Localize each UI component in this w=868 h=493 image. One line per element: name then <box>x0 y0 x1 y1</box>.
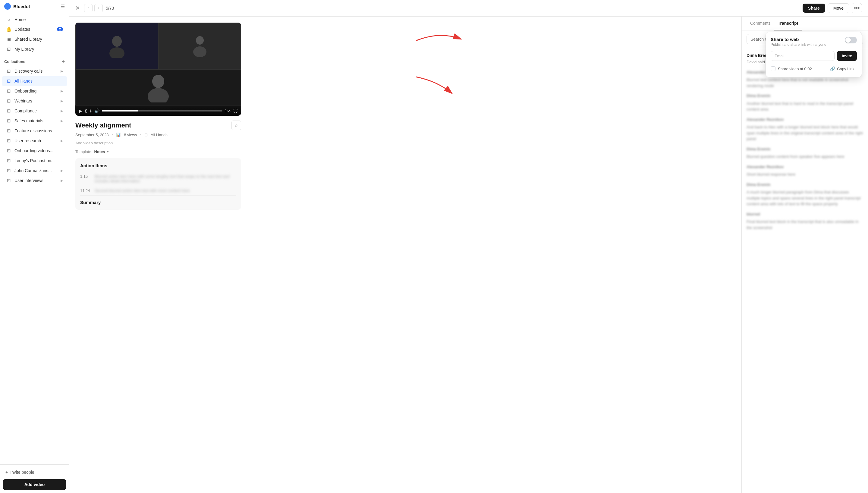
sidebar-item-john-carmack[interactable]: ⊡ John Carmack ins... ▶ <box>2 166 67 175</box>
speaker-name: Alexander Reznikov <box>746 116 863 123</box>
svg-point-2 <box>196 36 204 45</box>
sidebar: Bluedot ☰ ○ Home 🔔 Updates 2 ▣ Shared Li… <box>0 0 69 493</box>
collections-section[interactable]: Collections + <box>0 56 69 66</box>
collections-list: ⊡ Discovery calls ▶ ⊡ All Hands ⊡ Onboar… <box>0 66 69 186</box>
collection-icon: ⊡ <box>6 108 12 114</box>
collection-icon: ⊡ <box>6 148 12 153</box>
video-info: Weekly alignment ☆ September 5, 2023 • 📊… <box>75 121 241 210</box>
collection-icon: ⊡ <box>6 68 12 74</box>
notes-card: Action Items 1:15 Blurred action item he… <box>75 158 241 210</box>
sidebar-collapse-button[interactable]: ☰ <box>61 4 65 9</box>
sidebar-item-updates[interactable]: 🔔 Updates 2 <box>2 24 67 34</box>
svg-point-0 <box>112 36 122 47</box>
summary-title: Summary <box>80 200 236 205</box>
tab-transcript[interactable]: Transcript <box>774 17 802 30</box>
my-library-icon: ⊡ <box>6 46 12 52</box>
topbar: ✕ ‹ › 5/73 Share Move ••• <box>69 0 868 17</box>
app-name: Bluedot <box>13 4 58 9</box>
share-video-checkbox[interactable] <box>771 66 776 71</box>
invite-people-button[interactable]: + Invite people <box>3 468 66 477</box>
sidebar-item-feature-discussions[interactable]: ⊡ Feature discussions <box>2 126 67 135</box>
share-popup-header: Share to web Publish and share link with… <box>771 37 857 47</box>
action-item-text: Second blurred action item text with mor… <box>95 188 190 193</box>
video-counter: 5/73 <box>106 6 114 10</box>
share-popup: Share to web Publish and share link with… <box>765 31 862 78</box>
add-video-button[interactable]: Add video <box>3 479 66 490</box>
next-button[interactable]: › <box>94 4 103 12</box>
chevron-down-icon: ▾ <box>107 150 109 154</box>
close-button[interactable]: ✕ <box>75 5 80 12</box>
move-button[interactable]: Move <box>828 3 849 13</box>
copy-link-label: Copy Link <box>837 67 854 71</box>
main-content: ✕ ‹ › 5/73 Share Move ••• <box>69 0 868 493</box>
action-time: 11:24 <box>80 188 92 193</box>
sidebar-item-onboarding-videos[interactable]: ⊡ Onboarding videos... <box>2 146 67 155</box>
sidebar-item-user-interviews[interactable]: ⊡ User interviews ▶ <box>2 176 67 185</box>
speaker-name: Dima Eremin <box>746 146 863 152</box>
action-item-2: 11:24 Second blurred action item text wi… <box>80 186 236 196</box>
chevron-right-icon: ▶ <box>61 179 63 183</box>
add-collection-button[interactable]: + <box>62 59 65 65</box>
sidebar-item-discovery-calls[interactable]: ⊡ Discovery calls ▶ <box>2 66 67 76</box>
sidebar-item-user-research[interactable]: ⊡ User research ▶ <box>2 136 67 146</box>
transcript-content: Dima Eremin David said that he's still s… <box>742 48 868 493</box>
sidebar-item-label: Feature discussions <box>15 128 52 133</box>
sidebar-header: Bluedot ☰ <box>0 0 69 13</box>
more-options-button[interactable]: ••• <box>852 3 862 13</box>
share-popup-text: Share to web Publish and share link with… <box>771 37 826 47</box>
collection-icon: ⊡ <box>6 128 12 133</box>
right-panel: Comments Transcript Dima Eremin David sa… <box>741 17 868 493</box>
bell-icon: 🔔 <box>6 26 12 32</box>
sidebar-item-all-hands[interactable]: ⊡ All Hands <box>2 76 67 86</box>
sidebar-item-my-library[interactable]: ⊡ My Library <box>2 44 67 54</box>
share-toggle[interactable] <box>845 37 857 43</box>
person-silhouette <box>108 34 126 58</box>
sidebar-item-onboarding[interactable]: ⊡ Onboarding ▶ <box>2 86 67 96</box>
speaker-text: A much longer blurred paragraph from Dim… <box>746 189 863 207</box>
play-button[interactable]: ▶ <box>79 108 82 113</box>
sidebar-item-shared-library[interactable]: ▣ Shared Library <box>2 34 67 44</box>
video-container[interactable]: ▶ ⟪ ⟫ 🔊 1:✕ ⛶ <box>75 23 241 116</box>
add-description-button[interactable]: Add video description <box>75 141 241 145</box>
video-date: September 5, 2023 <box>75 133 109 137</box>
template-value[interactable]: Notes <box>94 149 105 154</box>
speaker-name: blurred <box>746 211 863 217</box>
progress-bar[interactable] <box>102 110 222 111</box>
svg-point-1 <box>109 47 125 58</box>
sidebar-item-lenny-podcast[interactable]: ⊡ Lenny's Podcast on... <box>2 156 67 166</box>
invite-button[interactable]: Invite <box>837 51 857 61</box>
collection-icon: ⊡ <box>6 178 12 183</box>
sidebar-item-webinars[interactable]: ⊡ Webinars ▶ <box>2 96 67 106</box>
share-button[interactable]: Share <box>803 4 825 13</box>
sidebar-item-home[interactable]: ○ Home <box>2 15 67 24</box>
email-input[interactable] <box>771 51 834 61</box>
sidebar-item-label: Home <box>15 17 26 22</box>
rewind-button[interactable]: ⟪ <box>85 108 87 113</box>
sidebar-item-label: User research <box>15 138 41 143</box>
action-item-1: 1:15 Blurred action item here with some … <box>80 172 236 186</box>
volume-button[interactable]: 🔊 <box>94 108 100 113</box>
app-logo <box>4 3 11 9</box>
transcript-block-8: blurred Final blurred text block in the … <box>746 211 863 231</box>
fullscreen-button[interactable]: ⛶ <box>233 108 238 113</box>
sidebar-item-compliance[interactable]: ⊡ Compliance ▶ <box>2 106 67 116</box>
speaker-text: And back to Alex with a longer blurred t… <box>746 124 863 142</box>
previous-button[interactable]: ‹ <box>84 4 92 12</box>
link-icon: 🔗 <box>830 66 835 71</box>
sidebar-item-sales-materials[interactable]: ⊡ Sales materials ▶ <box>2 116 67 126</box>
forward-button[interactable]: ⟫ <box>89 108 92 113</box>
content-wrapper: ▶ ⟪ ⟫ 🔊 1:✕ ⛶ Weekly alignment ☆ <box>69 17 868 493</box>
topbar-navigation: ‹ › <box>84 4 103 12</box>
tab-comments[interactable]: Comments <box>746 17 774 30</box>
copy-link-button[interactable]: 🔗 Copy Link <box>828 65 857 72</box>
speaker-text: Blurred question content from speaker fi… <box>746 154 863 160</box>
video-cell-3 <box>75 69 241 105</box>
sidebar-item-label: Lenny's Podcast on... <box>15 158 55 163</box>
video-controls: ▶ ⟪ ⟫ 🔊 1:✕ ⛶ <box>75 106 241 116</box>
template-row: Template: Notes ▾ <box>75 149 241 154</box>
meta-separator: • <box>140 133 142 137</box>
collection-icon: ⊡ <box>6 88 12 94</box>
star-button[interactable]: ☆ <box>232 121 241 130</box>
action-items-title: Action Items <box>80 163 236 168</box>
sidebar-item-label: Compliance <box>15 108 37 113</box>
